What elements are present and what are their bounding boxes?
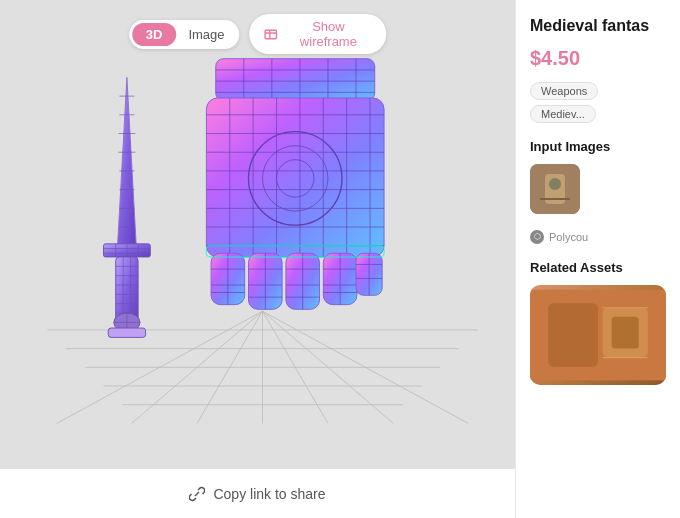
3d-scene xyxy=(0,0,515,468)
svg-rect-38 xyxy=(116,257,138,322)
related-assets-title: Related Assets xyxy=(530,260,666,275)
bottom-bar: Copy link to share xyxy=(0,468,515,518)
polycou-label: Polycou xyxy=(549,231,588,243)
sidebar: Medieval fantas $4.50 Weapons Mediev... … xyxy=(515,0,680,518)
copy-link-button[interactable]: Copy link to share xyxy=(189,486,325,502)
toolbar: 3D Image Show wireframe xyxy=(129,14,387,54)
svg-rect-60 xyxy=(206,98,384,257)
svg-rect-111 xyxy=(612,317,639,349)
asset-price: $4.50 xyxy=(530,47,666,70)
related-asset-thumb[interactable] xyxy=(530,285,666,385)
scene-background xyxy=(0,0,515,468)
wireframe-icon xyxy=(264,26,279,42)
svg-rect-50 xyxy=(108,328,145,337)
svg-marker-15 xyxy=(118,77,137,245)
svg-rect-0 xyxy=(265,30,276,38)
input-image-0 xyxy=(530,164,580,214)
tag-weapons[interactable]: Weapons xyxy=(530,82,598,100)
image-view-button[interactable]: Image xyxy=(176,23,236,46)
input-images-title: Input Images xyxy=(530,139,666,154)
polycou-badge: ⬡ Polycou xyxy=(530,230,666,244)
related-asset-image xyxy=(530,285,666,385)
copy-link-label: Copy link to share xyxy=(213,486,325,502)
input-image-thumb-0[interactable] xyxy=(530,164,580,214)
view-toggle: 3D Image xyxy=(129,20,240,49)
svg-rect-51 xyxy=(216,59,375,101)
asset-title: Medieval fantas xyxy=(530,16,666,37)
tags-container: Weapons Mediev... xyxy=(530,82,666,123)
3d-view-button[interactable]: 3D xyxy=(132,23,177,46)
viewport-area: 3D Image Show wireframe xyxy=(0,0,515,518)
wireframe-label: Show wireframe xyxy=(285,19,373,49)
wireframe-button[interactable]: Show wireframe xyxy=(250,14,387,54)
tag-medieval[interactable]: Mediev... xyxy=(530,105,596,123)
3d-model-svg xyxy=(10,40,515,433)
link-icon xyxy=(189,486,205,502)
input-images xyxy=(530,164,666,214)
svg-point-106 xyxy=(549,178,561,190)
svg-rect-109 xyxy=(548,303,598,366)
polycou-icon: ⬡ xyxy=(530,230,544,244)
